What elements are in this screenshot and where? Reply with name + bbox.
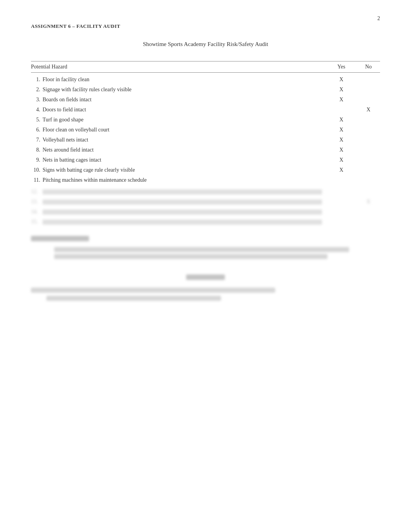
audit-table: Potential Hazard Yes No 1. Floor in faci…	[31, 61, 380, 226]
item-number-10: 10.	[31, 167, 43, 173]
item-yes-6: X	[326, 127, 357, 133]
item-text-10: Signs with batting cage rule clearly vis…	[43, 167, 326, 173]
audit-item-11: 11. Pitching machines within maintenance…	[31, 177, 380, 186]
blurred-item-15: 15.	[31, 218, 380, 226]
audit-item-7: 7. Volleyball nets intact X	[31, 137, 380, 145]
item-text-7: Volleyball nets intact	[43, 137, 326, 143]
audit-item-1: 1. Floor in facility clean X	[31, 77, 380, 85]
item-number-4: 4.	[31, 107, 43, 113]
document-page: 2 ASSIGNMENT 6 – FACILITY AUDIT Showtime…	[0, 0, 411, 532]
item-text-4: Doors to field intact	[43, 107, 326, 113]
audit-item-9: 9. Nets in batting cages intact X	[31, 157, 380, 165]
item-yes-2: X	[326, 87, 357, 93]
item-yes-8: X	[326, 147, 357, 153]
item-number-9: 9.	[31, 157, 43, 163]
blurred-items-section: 12. 13. X 14. 1	[31, 188, 380, 226]
audit-item-5: 5. Turf in good shape X	[31, 117, 380, 125]
item-text-11: Pitching machines within maintenance sch…	[43, 177, 326, 183]
blurred-item-13: 13. X	[31, 198, 380, 206]
item-yes-10: X	[326, 167, 357, 173]
item-number-5: 5.	[31, 117, 43, 123]
page-number: 2	[377, 15, 380, 22]
audit-item-2: 2. Signage with facility rules clearly v…	[31, 87, 380, 95]
item-yes-5: X	[326, 117, 357, 123]
audit-item-6: 6. Floor clean on volleyball court X	[31, 127, 380, 135]
item-no-4: X	[357, 107, 380, 113]
col-header-no: No	[357, 64, 380, 70]
item-number-3: 3.	[31, 97, 43, 103]
audit-item-3: 3. Boards on fields intact X	[31, 97, 380, 105]
blurred-paragraph	[54, 247, 365, 259]
item-text-5: Turf in good shape	[43, 117, 326, 123]
item-yes-7: X	[326, 137, 357, 143]
item-number-8: 8.	[31, 147, 43, 153]
blurred-item-14: 14.	[31, 208, 380, 216]
blurred-reference-section	[31, 288, 380, 301]
item-yes-3: X	[326, 97, 357, 103]
blurred-section-label	[31, 236, 380, 241]
summary-section	[31, 275, 380, 280]
item-number-2: 2.	[31, 87, 43, 93]
doc-title: Showtime Sports Academy Facility Risk/Sa…	[31, 41, 380, 48]
audit-item-8: 8. Nets around field intact X	[31, 147, 380, 155]
item-number-6: 6.	[31, 127, 43, 133]
item-number-7: 7.	[31, 137, 43, 143]
item-text-2: Signage with facility rules clearly visi…	[43, 87, 326, 93]
summary-label-blurred	[186, 275, 225, 280]
item-number-1: 1.	[31, 77, 43, 83]
item-text-6: Floor clean on volleyball court	[43, 127, 326, 133]
item-yes-1: X	[326, 77, 357, 83]
assignment-header: ASSIGNMENT 6 – FACILITY AUDIT	[31, 23, 380, 29]
item-text-8: Nets around field intact	[43, 147, 326, 153]
audit-item-10: 10. Signs with batting cage rule clearly…	[31, 167, 380, 176]
item-text-3: Boards on fields intact	[43, 97, 326, 103]
item-text-9: Nets in batting cages intact	[43, 157, 326, 163]
blurred-item-12: 12.	[31, 188, 380, 196]
col-header-hazard: Potential Hazard	[31, 64, 326, 70]
item-text-1: Floor in facility clean	[43, 77, 326, 83]
audit-item-4: 4. Doors to field intact X	[31, 107, 380, 115]
table-header: Potential Hazard Yes No	[31, 61, 380, 73]
item-yes-9: X	[326, 157, 357, 163]
audit-items-list: 1. Floor in facility clean X 2. Signage …	[31, 77, 380, 226]
item-number-11: 11.	[31, 177, 43, 183]
col-header-yes: Yes	[326, 64, 357, 70]
